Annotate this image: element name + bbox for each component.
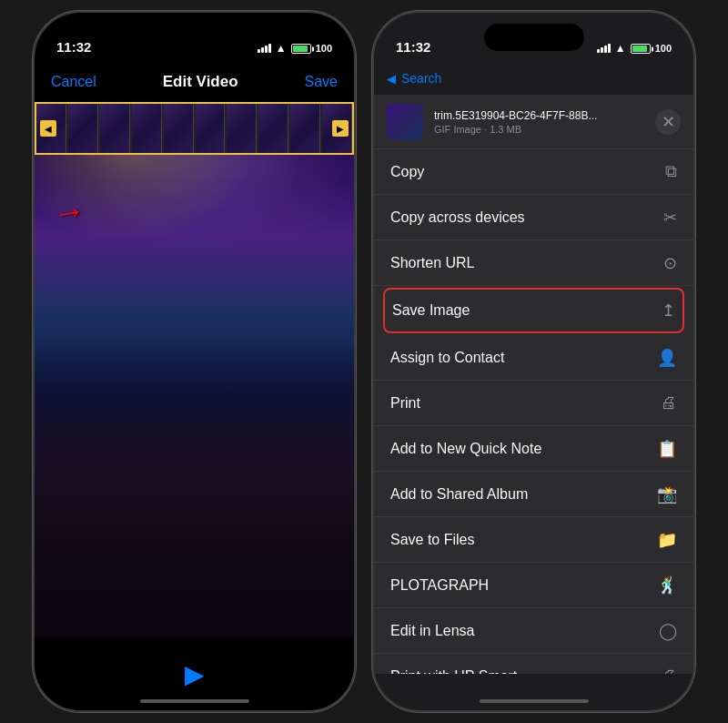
menu-item-copy[interactable]: Copy⧉ bbox=[374, 149, 693, 195]
menu-item-icon: ◯ bbox=[659, 621, 677, 641]
film-frame bbox=[290, 104, 320, 153]
left-time: 11:32 bbox=[56, 39, 91, 55]
film-frame bbox=[132, 104, 162, 153]
red-arrow-annotation: → bbox=[50, 190, 89, 234]
file-info: trim.5E319904-BC26-4F7F-88B... GIF Image… bbox=[434, 109, 644, 135]
file-thumbnail bbox=[387, 104, 423, 140]
film-frame bbox=[164, 104, 194, 153]
film-frame bbox=[227, 104, 257, 153]
menu-item-label: Save to Files bbox=[390, 532, 657, 548]
menu-item-label: Copy bbox=[390, 164, 665, 180]
right-status-icons: ▲ 100 bbox=[597, 42, 672, 55]
battery-percent-right: 100 bbox=[655, 43, 672, 54]
dynamic-island-right bbox=[484, 24, 584, 51]
menu-item-plotagraph[interactable]: PLOTAGRAPH🕺 bbox=[374, 563, 693, 608]
save-button[interactable]: Save bbox=[305, 74, 338, 90]
menu-item-assign-to-contact[interactable]: Assign to Contact👤 bbox=[374, 335, 693, 381]
dynamic-island-left bbox=[145, 24, 245, 51]
film-frame bbox=[196, 104, 226, 153]
menu-item-icon: ⊙ bbox=[663, 253, 677, 273]
menu-item-print-with-hp-smart[interactable]: Print with HP Smart🖨 bbox=[374, 654, 693, 674]
right-phone: 11:32 ▲ 100 bbox=[372, 11, 695, 712]
menu-item-label: Save Image bbox=[392, 302, 662, 319]
video-preview: → bbox=[35, 102, 354, 637]
menu-item-label: PLOTAGRAPH bbox=[390, 577, 657, 594]
file-meta: GIF Image · 1.3 MB bbox=[434, 124, 644, 135]
battery-percent: 100 bbox=[316, 43, 332, 54]
people-silhouette bbox=[35, 343, 354, 637]
film-strip: ◀ ▶ bbox=[35, 102, 354, 155]
film-frame bbox=[68, 104, 98, 153]
left-status-icons: ▲ 100 bbox=[258, 42, 332, 55]
wifi-icon-right: ▲ bbox=[615, 42, 626, 55]
right-time: 11:32 bbox=[396, 39, 430, 55]
signal-icon-right bbox=[597, 44, 611, 53]
video-background: → bbox=[35, 102, 354, 637]
trim-right-arrow[interactable]: ▶ bbox=[332, 120, 349, 137]
file-header: trim.5E319904-BC26-4F7F-88B... GIF Image… bbox=[374, 95, 693, 149]
menu-item-label: Add to New Quick Note bbox=[390, 441, 657, 457]
menu-item-copy-across-devices[interactable]: Copy across devices✂ bbox=[374, 195, 693, 240]
menu-item-icon: 🖨 bbox=[661, 667, 677, 674]
menu-item-label: Edit in Lensa bbox=[390, 623, 659, 639]
search-back-icon[interactable]: ◀ bbox=[387, 72, 396, 86]
menu-item-print[interactable]: Print🖨 bbox=[374, 381, 693, 426]
close-button[interactable]: ✕ bbox=[655, 109, 681, 135]
battery-icon-right bbox=[631, 42, 651, 55]
menu-item-edit-in-lensa[interactable]: Edit in Lensa◯ bbox=[374, 608, 693, 654]
search-bar: ◀ Search bbox=[374, 62, 693, 95]
left-phone: 11:32 ▲ 100 bbox=[33, 11, 356, 712]
film-frame bbox=[258, 104, 288, 153]
menu-item-icon: 👤 bbox=[657, 348, 677, 368]
menu-item-icon: 📁 bbox=[657, 530, 677, 550]
phones-container: 11:32 ▲ 100 bbox=[24, 2, 704, 721]
menu-item-save-to-files[interactable]: Save to Files📁 bbox=[374, 517, 693, 563]
film-frames bbox=[36, 104, 352, 153]
edit-video-navbar: Cancel Edit Video Save bbox=[35, 62, 354, 102]
menu-item-label: Copy across devices bbox=[390, 209, 663, 226]
search-label[interactable]: Search bbox=[401, 71, 441, 86]
menu-item-label: Add to Shared Album bbox=[390, 486, 657, 503]
menu-item-icon: 📋 bbox=[657, 439, 677, 459]
left-phone-screen: 11:32 ▲ 100 bbox=[35, 13, 354, 710]
menu-item-icon: 🕺 bbox=[657, 575, 677, 596]
menu-item-icon: ↥ bbox=[662, 300, 675, 321]
signal-icon bbox=[258, 44, 271, 53]
page-title: Edit Video bbox=[163, 73, 238, 91]
share-menu-list: Copy⧉Copy across devices✂Shorten URL⊙Sav… bbox=[374, 149, 693, 674]
menu-item-label: Print with HP Smart bbox=[390, 668, 661, 675]
menu-item-label: Print bbox=[390, 395, 661, 412]
menu-item-label: Assign to Contact bbox=[390, 350, 657, 366]
menu-item-icon: 🖨 bbox=[661, 393, 677, 412]
menu-item-icon: ⧉ bbox=[665, 162, 677, 181]
menu-item-save-image[interactable]: Save Image↥ bbox=[383, 288, 684, 333]
file-name: trim.5E319904-BC26-4F7F-88B... bbox=[434, 109, 644, 122]
home-indicator-right bbox=[480, 699, 589, 703]
trim-left-arrow[interactable]: ◀ bbox=[40, 120, 56, 137]
battery-icon bbox=[291, 42, 311, 55]
menu-item-label: Shorten URL bbox=[390, 255, 663, 271]
film-frame bbox=[100, 104, 130, 153]
cancel-button[interactable]: Cancel bbox=[51, 74, 96, 90]
menu-item-icon: 📸 bbox=[657, 484, 677, 504]
wifi-icon: ▲ bbox=[276, 42, 287, 55]
menu-item-add-to-new-quick-note[interactable]: Add to New Quick Note📋 bbox=[374, 426, 693, 472]
home-indicator-left bbox=[140, 699, 249, 703]
menu-item-icon: ✂ bbox=[663, 208, 677, 228]
right-phone-screen: 11:32 ▲ 100 bbox=[374, 13, 693, 710]
play-button[interactable]: ▶ bbox=[177, 656, 213, 692]
menu-item-shorten-url[interactable]: Shorten URL⊙ bbox=[374, 240, 693, 286]
menu-item-add-to-shared-album[interactable]: Add to Shared Album📸 bbox=[374, 472, 693, 517]
